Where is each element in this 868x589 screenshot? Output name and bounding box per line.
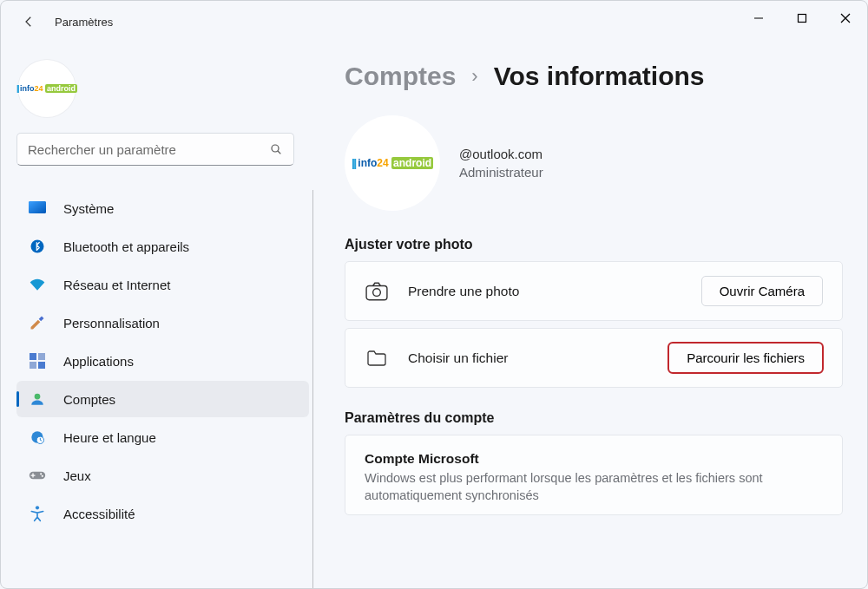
wifi-icon xyxy=(29,276,46,293)
sidebar-item-label: Accessibilité xyxy=(63,507,135,521)
user-avatar[interactable]: ||| info24 android xyxy=(18,60,76,117)
sidebar-item-label: Jeux xyxy=(63,468,91,483)
minimize-button[interactable] xyxy=(737,1,780,36)
svg-rect-11 xyxy=(30,362,36,369)
svg-line-5 xyxy=(278,151,280,154)
folder-icon xyxy=(365,346,389,370)
search-icon xyxy=(269,142,283,156)
card-microsoft-account[interactable]: Compte Microsoft Windows est plus perfor… xyxy=(345,435,843,515)
profile-email: @outlook.com xyxy=(459,147,543,161)
profile-role: Administrateur xyxy=(459,165,543,180)
chevron-right-icon: › xyxy=(471,65,477,88)
main-content: Comptes › Vos informations ||| info24 an… xyxy=(313,43,867,588)
svg-rect-9 xyxy=(30,353,36,360)
card-take-photo: Prendre une photo Ouvrir Caméra xyxy=(345,261,843,321)
person-icon xyxy=(29,390,46,408)
sidebar-item-label: Personnalisation xyxy=(63,316,160,330)
sidebar-item-label: Réseau et Internet xyxy=(63,278,170,292)
sidebar-item-label: Heure et langue xyxy=(63,430,156,445)
svg-point-18 xyxy=(40,473,42,474)
brush-icon xyxy=(29,314,46,331)
svg-point-19 xyxy=(42,475,43,477)
breadcrumb: Comptes › Vos informations xyxy=(345,62,843,91)
svg-point-4 xyxy=(272,145,279,152)
profile-avatar: ||| info24 android xyxy=(345,115,440,211)
sidebar-item-system[interactable]: Système xyxy=(16,190,309,226)
sidebar-item-time-language[interactable]: Heure et langue xyxy=(16,419,309,455)
browse-files-button[interactable]: Parcourir les fichiers xyxy=(668,343,823,373)
close-button[interactable] xyxy=(824,1,867,36)
svg-point-20 xyxy=(36,506,39,509)
open-camera-button[interactable]: Ouvrir Caméra xyxy=(701,276,823,306)
section-title-adjust-photo: Ajuster votre photo xyxy=(345,237,843,252)
breadcrumb-parent[interactable]: Comptes xyxy=(345,62,456,91)
sidebar-item-network[interactable]: Réseau et Internet xyxy=(16,266,309,303)
ms-account-title: Compte Microsoft xyxy=(365,451,823,467)
profile-info: @outlook.com Administrateur xyxy=(459,147,543,180)
svg-rect-1 xyxy=(799,15,806,23)
svg-rect-7 xyxy=(29,201,46,213)
sidebar-item-apps[interactable]: Applications xyxy=(16,343,309,379)
window-title: Paramètres xyxy=(55,16,113,29)
svg-rect-21 xyxy=(366,285,387,299)
sidebar-item-personalization[interactable]: Personnalisation xyxy=(16,304,309,341)
avatar-logo: ||| info24 android xyxy=(16,84,77,93)
avatar-logo: ||| info24 android xyxy=(352,157,433,169)
section-title-account-settings: Paramètres du compte xyxy=(345,410,843,426)
monitor-icon xyxy=(29,200,46,217)
sidebar-item-gaming[interactable]: Jeux xyxy=(16,457,309,494)
ms-account-desc: Windows est plus performant lorsque les … xyxy=(365,470,823,504)
svg-point-13 xyxy=(35,394,41,400)
sidebar-item-label: Système xyxy=(63,201,114,216)
profile-summary: ||| info24 android @outlook.com Administ… xyxy=(345,115,843,211)
search-input[interactable] xyxy=(28,142,269,157)
sidebar-item-label: Applications xyxy=(63,354,134,369)
nav-list: Système Bluetooth et appareils Réseau et… xyxy=(16,190,313,588)
search-box[interactable] xyxy=(16,133,294,166)
apps-icon xyxy=(29,352,46,370)
sidebar-item-label: Comptes xyxy=(63,392,115,407)
sidebar-item-accessibility[interactable]: Accessibilité xyxy=(16,495,309,532)
page-title: Vos informations xyxy=(494,62,705,91)
card-label: Choisir un fichier xyxy=(408,350,668,366)
svg-point-22 xyxy=(373,288,381,296)
maximize-button[interactable] xyxy=(780,1,824,36)
camera-icon xyxy=(365,279,389,304)
clock-globe-icon xyxy=(29,429,46,446)
gamepad-icon xyxy=(29,467,46,484)
sidebar-item-bluetooth[interactable]: Bluetooth et appareils xyxy=(16,228,309,265)
sidebar-item-label: Bluetooth et appareils xyxy=(63,239,189,254)
bluetooth-icon xyxy=(29,238,46,255)
sidebar-item-accounts[interactable]: Comptes xyxy=(16,381,309,417)
card-label: Prendre une photo xyxy=(408,284,701,299)
window-controls xyxy=(737,1,867,36)
accessibility-icon xyxy=(29,505,46,522)
card-choose-file: Choisir un fichier Parcourir les fichier… xyxy=(345,328,843,388)
sidebar: ||| info24 android Système Bluetooth et … xyxy=(1,43,313,588)
back-button[interactable] xyxy=(15,8,43,36)
svg-rect-12 xyxy=(38,362,45,369)
svg-rect-10 xyxy=(38,353,45,360)
